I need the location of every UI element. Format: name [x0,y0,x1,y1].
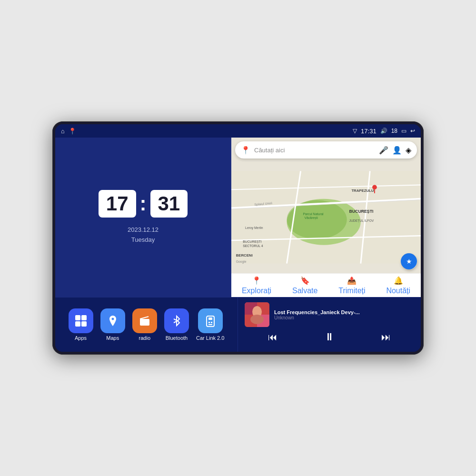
date-display: 2023.12.12 Tuesday [128,225,159,245]
map-nav-news[interactable]: 🔔 Noutăți [386,276,410,295]
app-item-bluetooth[interactable]: Bluetooth [164,308,189,341]
music-controls: ⏮ ⏸ ⏭ [245,327,414,347]
next-button[interactable]: ⏭ [377,330,396,345]
home-icon[interactable]: ⌂ [61,128,65,135]
signal-icon: ▽ [353,128,357,134]
svg-text:TRAPEZULUI: TRAPEZULUI [351,188,375,193]
svg-text:Google: Google [236,260,247,264]
account-icon[interactable]: 👤 [392,146,402,155]
svg-text:SECTORUL 4: SECTORUL 4 [243,244,263,248]
map-nav-send[interactable]: 📤 Trimiteți [338,276,365,295]
volume-icon[interactable]: 🔊 [380,128,387,134]
music-panel: Lost Frequencies_Janieck Devy-... Unknow… [238,298,421,352]
map-nav-explore[interactable]: 📍 Explorați [242,276,271,295]
clock-hour: 17 [99,190,136,218]
svg-text:BERCENI: BERCENI [236,253,253,258]
apps-label: Apps [75,335,87,341]
music-info-row: Lost Frequencies_Janieck Devy-... Unknow… [245,302,414,327]
saved-icon: 🔖 [300,276,310,285]
maps-label: Maps [106,335,119,341]
saved-label: Salvate [292,287,317,295]
play-pause-button[interactable]: ⏸ [319,329,339,345]
mic-icon[interactable]: 🎤 [379,146,388,155]
svg-point-27 [141,321,144,324]
map-nav-saved[interactable]: 🔖 Salvate [292,276,317,295]
send-label: Trimiteți [338,287,365,295]
album-art [245,302,269,327]
news-icon: 🔔 [394,276,403,285]
apps-icon [69,308,93,333]
album-art-image [245,302,269,327]
svg-text:Parcul Natural: Parcul Natural [303,212,323,216]
svg-text:BUCUREȘTI: BUCUREȘTI [349,209,374,214]
map-navigate-btn[interactable]: ★ [401,253,417,269]
bluetooth-label: Bluetooth [166,335,188,341]
battery-level: 18 [391,128,397,134]
clock-panel: 17 : 31 2023.12.12 Tuesday [55,138,231,297]
svg-text:BUCUREȘTI: BUCUREȘTI [243,240,261,244]
clock-minute: 31 [150,190,188,218]
day-value: Tuesday [128,235,159,245]
music-text: Lost Frequencies_Janieck Devy-... Unknow… [274,309,414,320]
svg-rect-28 [146,320,149,321]
back-icon[interactable]: ↩ [410,128,415,134]
carlink-icon [198,308,223,333]
app-item-apps[interactable]: Apps [69,308,93,341]
status-left: ⌂ 📍 [61,128,76,135]
screen: ⌂ 📍 ▽ 17:31 🔊 18 ▭ ↩ 17 : 31 [55,124,421,352]
device-shell: ⌂ 📍 ▽ 17:31 🔊 18 ▭ ↩ 17 : 31 [52,121,424,355]
music-artist: Unknown [274,315,414,320]
apps-dock: Apps Maps [55,298,238,352]
radio-label: radio [139,335,150,341]
status-right: ▽ 17:31 🔊 18 ▭ ↩ [353,128,415,135]
svg-text:JUDEȚUL ILFOV: JUDEȚUL ILFOV [349,219,374,223]
radio-icon [132,308,157,333]
explore-icon: 📍 [252,276,261,285]
bluetooth-icon [164,308,189,333]
svg-rect-29 [146,322,149,323]
svg-rect-23 [81,315,87,320]
status-bar: ⌂ 📍 ▽ 17:31 🔊 18 ▭ ↩ [55,124,421,138]
app-item-radio[interactable]: radio [132,308,157,341]
clock-display: 17 : 31 [99,190,188,218]
svg-rect-35 [208,324,212,325]
clock-colon: : [140,194,147,214]
prev-button[interactable]: ⏮ [263,330,282,345]
svg-line-30 [140,317,149,319]
map-search-bar[interactable]: 📍 Căutați aici 🎤 👤 ◈ [235,141,417,159]
news-label: Noutăți [386,287,410,295]
date-value: 2023.12.12 [128,225,159,235]
svg-point-20 [372,185,377,190]
explore-label: Explorați [242,287,271,295]
send-icon: 📤 [347,276,357,285]
map-logo-icon: 📍 [241,146,250,155]
map-pin-icon[interactable]: 📍 [69,128,76,135]
status-time: 17:31 [361,128,377,135]
svg-rect-33 [208,322,210,323]
maps-icon [100,308,125,333]
map-search-placeholder[interactable]: Căutați aici [254,147,375,154]
map-panel[interactable]: 📍 Căutați aici 🎤 👤 ◈ [231,138,421,297]
app-item-maps[interactable]: Maps [100,308,125,341]
app-item-carlink[interactable]: Car Link 2.0 [196,308,224,341]
layers-icon[interactable]: ◈ [406,146,411,155]
svg-rect-34 [211,322,212,323]
main-area: 17 : 31 2023.12.12 Tuesday 📍 Căutați aic… [55,138,421,352]
svg-rect-24 [75,321,80,327]
music-title: Lost Frequencies_Janieck Devy-... [274,309,414,315]
svg-rect-22 [75,315,80,320]
bottom-row: Apps Maps [55,297,421,352]
svg-rect-32 [208,317,212,320]
map-nav-bar: 📍 Explorați 🔖 Salvate 📤 Trimiteți 🔔 Nout… [231,273,421,297]
svg-text:Leroy Merlin: Leroy Merlin [245,226,263,230]
battery-icon: ▭ [401,128,407,134]
svg-point-41 [250,315,264,324]
svg-rect-25 [81,321,87,327]
map-search-icons: 🎤 👤 ◈ [379,146,411,155]
map-svg: Splaiul Unirii TRAPEZULUI BUCUREȘTI JUDE… [231,161,421,273]
svg-text:Văcărești: Văcărești [304,216,318,220]
carlink-label: Car Link 2.0 [196,335,224,341]
